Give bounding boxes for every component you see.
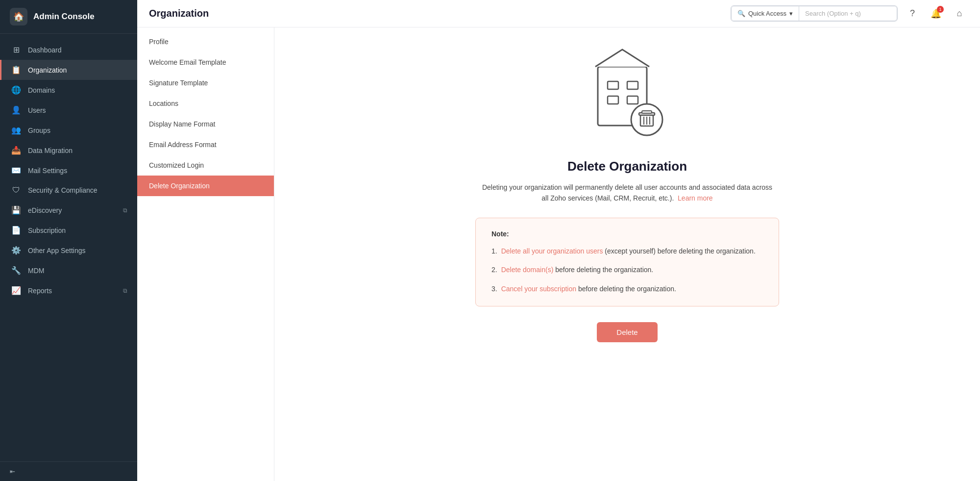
sub-nav-item-customized-login[interactable]: Customized Login	[137, 155, 274, 176]
nav-icon-organization: 📋	[11, 65, 21, 75]
help-button[interactable]: ?	[904, 5, 921, 23]
nav-icon-dashboard: ⊞	[11, 45, 21, 54]
main-area: Organization 🔍 Quick Access ▾ Search (Op…	[137, 0, 980, 481]
sidebar-item-organization[interactable]: 📋 Organization	[0, 60, 137, 80]
note-text-2: before deleting the organization.	[555, 266, 653, 274]
note-num-2: 2.	[491, 264, 497, 275]
sidebar-item-security-compliance[interactable]: 🛡 Security & Compliance	[0, 180, 137, 200]
nav-label-mdm: MDM	[28, 267, 44, 275]
nav-label-domains: Domains	[28, 86, 55, 94]
nav-label-groups: Groups	[28, 127, 50, 134]
sub-nav-item-email-address-format[interactable]: Email Address Format	[137, 134, 274, 155]
note-link-2[interactable]: Delete domain(s)	[501, 266, 554, 274]
svg-rect-2	[627, 81, 638, 89]
nav-label-ediscovery: eDiscovery	[28, 206, 62, 214]
note-title: Note:	[491, 230, 763, 238]
search-input[interactable]: Search (Option + q)	[799, 6, 897, 21]
external-icon: ⧉	[123, 287, 127, 294]
nav-icon-users: 👤	[11, 105, 21, 115]
chevron-down-icon: ▾	[789, 10, 793, 17]
sidebar-item-ediscovery[interactable]: 💾 eDiscovery ⧉	[0, 200, 137, 220]
nav-icon-mail-settings: ✉️	[11, 166, 21, 175]
app-logo-icon: 🏠	[10, 8, 27, 25]
nav-icon-data-migration: 📥	[11, 146, 21, 155]
note-item-1: 1. Delete all your organization users (e…	[491, 246, 763, 256]
sub-nav-item-signature-template[interactable]: Signature Template	[137, 73, 274, 93]
sidebar-item-groups[interactable]: 👥 Groups	[0, 120, 137, 140]
collapse-button[interactable]: ⇤	[10, 468, 127, 475]
nav-icon-groups: 👥	[11, 126, 21, 135]
nav-icon-other-app-settings: ⚙️	[11, 246, 21, 255]
sub-nav-item-display-name-format[interactable]: Display Name Format	[137, 114, 274, 134]
sub-nav-item-profile[interactable]: Profile	[137, 31, 274, 52]
quick-access-label: Quick Access	[748, 10, 786, 17]
note-link-1[interactable]: Delete all your organization users	[501, 247, 603, 255]
sidebar: 🏠 Admin Console ⊞ Dashboard 📋 Organizati…	[0, 0, 137, 481]
nav-label-data-migration: Data Migration	[28, 147, 73, 154]
nav-icon-reports: 📈	[11, 286, 21, 295]
collapse-icon: ⇤	[10, 468, 15, 475]
sidebar-item-subscription[interactable]: 📄 Subscription	[0, 220, 137, 240]
sidebar-footer: ⇤	[0, 461, 137, 481]
svg-rect-3	[608, 96, 618, 104]
svg-rect-4	[627, 96, 638, 104]
sidebar-item-domains[interactable]: 🌐 Domains	[0, 80, 137, 100]
note-link-3[interactable]: Cancel your subscription	[501, 285, 576, 293]
sidebar-header: 🏠 Admin Console	[0, 0, 137, 34]
sub-nav: ProfileWelcome Email TemplateSignature T…	[137, 27, 274, 481]
sub-nav-item-locations[interactable]: Locations	[137, 93, 274, 114]
nav-label-dashboard: Dashboard	[28, 46, 62, 54]
note-num-1: 1.	[491, 246, 497, 256]
sidebar-item-users[interactable]: 👤 Users	[0, 100, 137, 120]
page-description: Deleting your organization will permanen…	[480, 182, 774, 204]
page-desc-text: Deleting your organization will permanen…	[482, 183, 772, 202]
sidebar-item-data-migration[interactable]: 📥 Data Migration	[0, 140, 137, 160]
notification-badge: 1	[937, 6, 944, 13]
app-title: Admin Console	[33, 12, 95, 22]
content-area: ProfileWelcome Email TemplateSignature T…	[137, 27, 980, 481]
sub-nav-item-welcome-email-template[interactable]: Welcome Email Template	[137, 52, 274, 73]
home-button[interactable]: ⌂	[951, 5, 968, 23]
nav-label-security-compliance: Security & Compliance	[28, 186, 98, 194]
sidebar-item-dashboard[interactable]: ⊞ Dashboard	[0, 40, 137, 60]
note-item-3: 3. Cancel your subscription before delet…	[491, 283, 763, 294]
svg-rect-7	[642, 111, 652, 113]
nav-icon-subscription: 📄	[11, 226, 21, 235]
search-icon: 🔍	[737, 10, 745, 17]
external-icon: ⧉	[123, 207, 127, 214]
quick-access-button[interactable]: 🔍 Quick Access ▾	[731, 6, 799, 21]
note-num-3: 3.	[491, 283, 497, 294]
nav-icon-ediscovery: 💾	[11, 205, 21, 215]
notifications-button[interactable]: 🔔 1	[927, 5, 945, 23]
nav-label-users: Users	[28, 106, 46, 114]
delete-button[interactable]: Delete	[597, 322, 657, 342]
note-item-2: 2. Delete domain(s) before deleting the …	[491, 264, 763, 275]
nav-icon-domains: 🌐	[11, 85, 21, 95]
nav-icon-mdm: 🔧	[11, 266, 21, 275]
home-icon: ⌂	[957, 8, 962, 19]
sidebar-item-mdm[interactable]: 🔧 MDM	[0, 260, 137, 280]
help-icon: ?	[910, 8, 915, 19]
search-placeholder: Search (Option + q)	[805, 10, 861, 17]
nav-icon-security-compliance: 🛡	[11, 186, 21, 195]
delete-org-illustration	[583, 47, 671, 147]
nav-label-other-app-settings: Other App Settings	[28, 247, 86, 254]
sidebar-nav: ⊞ Dashboard 📋 Organization 🌐 Domains 👤 U…	[0, 34, 137, 461]
topbar-actions: 🔍 Quick Access ▾ Search (Option + q) ? 🔔…	[731, 5, 968, 23]
page-title: Organization	[149, 8, 731, 19]
note-box: Note: 1. Delete all your organization us…	[475, 218, 779, 306]
topbar: Organization 🔍 Quick Access ▾ Search (Op…	[137, 0, 980, 27]
nav-label-organization: Organization	[28, 66, 67, 74]
note-text-1: (except yourself) before deleting the or…	[605, 247, 755, 255]
learn-more-link[interactable]: Learn more	[678, 194, 713, 202]
sidebar-item-reports[interactable]: 📈 Reports ⧉	[0, 280, 137, 301]
note-text-3: before deleting the organization.	[578, 285, 676, 293]
nav-label-reports: Reports	[28, 287, 52, 295]
note-list: 1. Delete all your organization users (e…	[491, 246, 763, 294]
nav-label-subscription: Subscription	[28, 227, 66, 234]
page-heading: Delete Organization	[567, 159, 687, 174]
sub-nav-item-delete-organization[interactable]: Delete Organization	[137, 176, 274, 196]
svg-rect-1	[608, 81, 618, 89]
sidebar-item-other-app-settings[interactable]: ⚙️ Other App Settings	[0, 240, 137, 260]
sidebar-item-mail-settings[interactable]: ✉️ Mail Settings	[0, 160, 137, 180]
